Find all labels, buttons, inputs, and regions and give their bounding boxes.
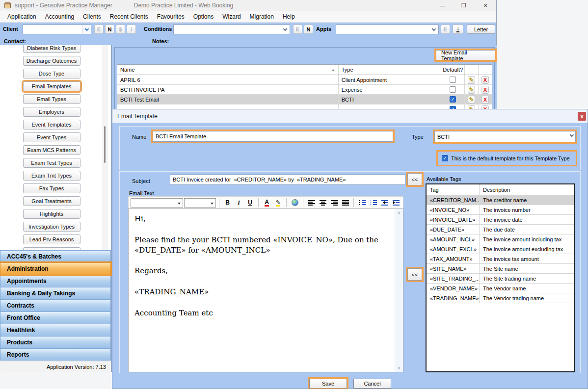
column-header-default[interactable]: Default? (441, 65, 465, 75)
appts-dropdown-arrow-icon[interactable] (432, 27, 436, 31)
scroll-up-icon[interactable]: ∧ (395, 209, 403, 217)
sidebar-item-event-types[interactable]: Event Types (23, 132, 80, 142)
sidebar-scrollbar[interactable] (102, 45, 108, 250)
align-center-button[interactable] (318, 198, 328, 207)
client-e-button[interactable]: E (94, 25, 104, 34)
menu-item-options[interactable]: Options (189, 12, 218, 22)
sidebar-item-email-types[interactable]: Email Types (23, 94, 80, 104)
sidebar-item-highlights[interactable]: Highlights (23, 209, 80, 219)
menu-item-application[interactable]: Application (3, 12, 41, 22)
subject-input[interactable]: BCTI Invoice created for «CREDITOR_NAME»… (170, 174, 405, 185)
column-header-name[interactable]: Name▲ (117, 65, 339, 75)
tag-row[interactable]: «SITE_TRADING_...The Site trading name (427, 274, 574, 284)
conditions-dropdown-arrow-icon[interactable] (283, 27, 287, 31)
sidebar-item-email-templates[interactable]: Email Templates (23, 81, 80, 91)
highlight-button[interactable]: ✎ (273, 198, 283, 207)
email-body-text[interactable]: Hi, Please find the your BCTI numbered «… (129, 209, 395, 372)
default-checkbox[interactable] (450, 77, 456, 83)
tag-row[interactable]: «AMOUNT_INCL»The invoice amount includin… (427, 234, 574, 244)
edit-button[interactable]: ✎ (468, 76, 475, 84)
accordion-products[interactable]: Products (0, 336, 111, 348)
default-template-checkbox-row[interactable]: ✓ This is the default template for this … (438, 152, 576, 165)
email-body-editor[interactable]: Hi, Please find the your BCTI numbered «… (128, 208, 403, 372)
accordion-healthlink[interactable]: Healthlink (0, 324, 111, 336)
font-family-select[interactable] (131, 198, 183, 207)
justify-button[interactable] (340, 198, 350, 207)
default-template-checkbox[interactable]: ✓ (442, 155, 448, 161)
table-row[interactable]: BCTI INVOICE PAExpense✎X (117, 85, 492, 95)
sidebar-item-fax-types[interactable]: Fax Types (23, 183, 80, 193)
client-n-button[interactable]: N (105, 25, 114, 34)
client-dropdown-arrow-icon[interactable] (82, 25, 91, 34)
tag-row[interactable]: «SITE_NAME»The Site name (427, 264, 574, 274)
menu-item-recent-clients[interactable]: Recent Clients (106, 12, 153, 22)
sidebar-item-exam-test-types[interactable]: Exam Test Types (23, 158, 80, 168)
tags-column-header-description[interactable]: Description (480, 184, 574, 195)
sidebar-item-exam-mcs-patterns[interactable]: Exam MCS Patterns (23, 145, 80, 155)
download-button[interactable]: ↓ (453, 25, 463, 34)
tag-row[interactable]: «INVOICE_NO»The invoice number (427, 205, 574, 215)
type-dropdown[interactable]: BCTI (434, 131, 576, 142)
sidebar-item-dose-type[interactable]: Dose Type (23, 69, 80, 78)
appts-e-button[interactable]: E (441, 25, 450, 34)
conditions-e-button[interactable]: E (293, 25, 302, 34)
dialog-close-button[interactable]: x (578, 112, 586, 121)
accordion-reports[interactable]: Reports (0, 348, 111, 361)
decrease-indent-button[interactable] (379, 198, 390, 207)
align-right-button[interactable] (329, 198, 339, 207)
delete-button[interactable]: X (481, 96, 489, 104)
accordion-front-office[interactable]: Front Office (0, 311, 111, 324)
accordion-appointments[interactable]: Appointments (0, 275, 111, 287)
delete-button[interactable]: X (481, 105, 489, 109)
table-row[interactable]: ✓✎X (117, 104, 492, 109)
tag-row[interactable]: «TRADING_NAME»The Vendor trading name (427, 293, 574, 303)
align-left-button[interactable] (306, 198, 317, 207)
sidebar-item-event-templates[interactable]: Event Templates (23, 120, 80, 130)
conditions-n-button[interactable]: N (304, 25, 313, 34)
maximize-button[interactable]: ❒ (453, 0, 475, 11)
insert-tag-into-subject-button[interactable]: << (407, 173, 422, 185)
tag-row[interactable]: «VENDOR_NAME»The Vendor name (427, 284, 574, 293)
table-row[interactable]: BCTI Test EmailBCTI✓✎X (117, 95, 492, 104)
delete-button[interactable]: X (481, 76, 489, 84)
client-$-button[interactable]: $ (116, 25, 125, 34)
conditions-combobox[interactable] (173, 25, 290, 34)
sidebar-item-investigation-types[interactable]: Investigation Types (23, 222, 80, 232)
insert-tag-into-body-button[interactable]: << (407, 268, 422, 281)
tag-row[interactable]: «AMOUNT_EXCL»The invoice amount excludin… (427, 244, 574, 254)
column-header-type[interactable]: Type (339, 65, 441, 75)
menu-item-favourites[interactable]: Favourites (153, 12, 189, 22)
bold-button[interactable]: B (222, 198, 233, 207)
letter-button[interactable]: Letter (467, 25, 495, 34)
client-i-button[interactable]: i (127, 25, 136, 34)
italic-button[interactable]: I (234, 198, 244, 207)
sidebar-item-discharge-outcomes[interactable]: Discharge Outcomes (23, 56, 80, 66)
menu-item-migration[interactable]: Migration (245, 12, 278, 22)
edit-button[interactable]: ✎ (468, 96, 475, 104)
sidebar-item-goal-treatments[interactable]: Goal Treatments (23, 196, 80, 206)
tags-column-header-tag[interactable]: Tag (427, 184, 480, 195)
menu-item-clients[interactable]: Clients (79, 12, 106, 22)
accordion-contracts[interactable]: Contracts (0, 299, 111, 311)
tag-row[interactable]: «CREDITOR_NAM...The creditor name (427, 195, 574, 205)
menu-item-help[interactable]: Help (278, 12, 299, 22)
tag-row[interactable]: «INVOICE_DATE»The invoice date (427, 215, 574, 225)
tag-row[interactable]: «TAX_AMOUNT»The invoice tax amount (427, 254, 574, 264)
edit-button[interactable]: ✎ (468, 86, 475, 94)
font-color-button[interactable]: A (262, 198, 272, 207)
increase-indent-button[interactable] (391, 198, 401, 207)
new-email-template-button[interactable]: New Email Template (436, 50, 495, 60)
default-checkbox[interactable]: ✓ (450, 96, 456, 103)
menu-item-accounting[interactable]: Accounting (41, 12, 79, 22)
accordion-banking-daily-takings[interactable]: Banking & Daily Takings (0, 287, 111, 299)
accordion-acc45-s-batches[interactable]: ACC45's & Batches (0, 250, 111, 262)
save-button[interactable]: Save (309, 379, 347, 389)
close-button[interactable]: ✕ (475, 0, 496, 11)
cancel-button[interactable]: Cancel (353, 379, 391, 389)
insert-link-button[interactable] (290, 198, 300, 207)
sidebar-item-diabetes-risk-types[interactable]: Diabetes Risk Types (23, 45, 80, 53)
delete-button[interactable]: X (481, 86, 489, 94)
accordion-administration[interactable]: Administration (0, 262, 111, 275)
minimize-button[interactable]: — (431, 0, 453, 11)
scroll-down-icon[interactable]: ∨ (395, 364, 403, 372)
